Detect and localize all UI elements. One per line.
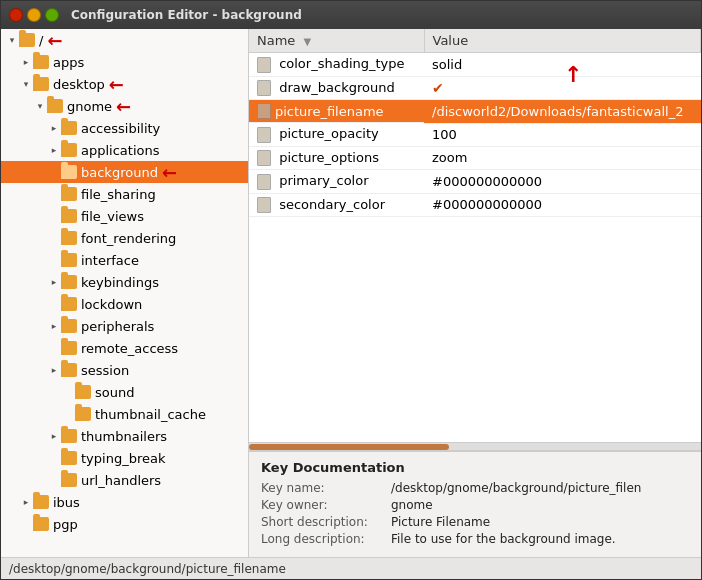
sidebar-item-thumbnailers[interactable]: ▸ thumbnailers [1, 425, 248, 447]
sidebar-item-session[interactable]: ▸ session [1, 359, 248, 381]
sidebar-item-label: thumbnail_cache [95, 407, 206, 422]
main-window: Configuration Editor - background ▾ / ← … [0, 0, 702, 580]
sidebar-item-applications[interactable]: ▸ applications [1, 139, 248, 161]
row-value-cell: /discworld2/Downloads/fantasticwall_2 [424, 100, 701, 124]
red-arrow-indicator: ← [116, 96, 131, 117]
red-arrow-indicator: ← [109, 74, 124, 95]
col-header-value[interactable]: Value [424, 29, 701, 53]
table-row[interactable]: secondary_color #000000000000 [249, 193, 701, 217]
key-doc-row-long-desc: Long description: File to use for the ba… [261, 532, 689, 546]
folder-icon [47, 99, 63, 113]
row-name-cell: picture_opacity [249, 123, 424, 146]
col-header-name[interactable]: Name ▼ [249, 29, 424, 53]
sidebar-item-label: sound [95, 385, 134, 400]
expand-arrow [47, 187, 61, 201]
sidebar-item-pgp[interactable]: pgp [1, 513, 248, 535]
sidebar-item-label: url_handlers [81, 473, 161, 488]
sidebar-item-background[interactable]: background ← [1, 161, 248, 183]
sidebar-item-label: ibus [53, 495, 80, 510]
folder-icon [61, 231, 77, 245]
close-button[interactable] [9, 8, 23, 22]
row-checkmark: ✔ [432, 80, 444, 96]
row-value-cell: 100 [424, 123, 701, 146]
row-value: 100 [432, 127, 457, 142]
folder-icon [61, 121, 77, 135]
sidebar-item-label: peripherals [81, 319, 154, 334]
row-doc-icon [257, 174, 271, 190]
red-arrow-indicator: ← [47, 30, 62, 51]
row-name: picture_options [279, 150, 379, 165]
expand-arrow: ▸ [47, 363, 61, 377]
sidebar-item-ibus[interactable]: ▸ ibus [1, 491, 248, 513]
sidebar-item-sound[interactable]: sound [1, 381, 248, 403]
expand-arrow: ▸ [47, 429, 61, 443]
sidebar-item-interface[interactable]: interface [1, 249, 248, 271]
sidebar-item-font-rendering[interactable]: font_rendering [1, 227, 248, 249]
sidebar-tree[interactable]: ▾ / ← ▸ apps ▾ desktop ← ▾ gn [1, 29, 249, 557]
sidebar-item-url-handlers[interactable]: url_handlers [1, 469, 248, 491]
folder-icon [33, 517, 49, 531]
table-row[interactable]: color_shading_type solid [249, 53, 701, 77]
row-doc-icon [257, 150, 271, 166]
sidebar-item-desktop[interactable]: ▾ desktop ← [1, 73, 248, 95]
sidebar-item-typing-break[interactable]: typing_break [1, 447, 248, 469]
expand-arrow: ▸ [47, 143, 61, 157]
scrollbar-thumb[interactable] [249, 444, 449, 450]
expand-arrow: ▸ [19, 55, 33, 69]
sidebar-item-label: thumbnailers [81, 429, 167, 444]
sidebar-item-label: apps [53, 55, 84, 70]
table-row-selected[interactable]: picture_filename /discworld2/Downloads/f… [249, 100, 701, 124]
maximize-button[interactable] [45, 8, 59, 22]
key-doc-value: /desktop/gnome/background/picture_filen [391, 481, 641, 495]
sidebar-item-file-views[interactable]: file_views [1, 205, 248, 227]
sidebar-item-label: pgp [53, 517, 78, 532]
config-table-wrapper: Name ▼ Value color_shading_ [249, 29, 701, 442]
folder-icon [61, 187, 77, 201]
sidebar-item-peripherals[interactable]: ▸ peripherals [1, 315, 248, 337]
expand-arrow [47, 341, 61, 355]
folder-icon [61, 143, 77, 157]
folder-icon [75, 407, 91, 421]
sidebar-item-label: file_views [81, 209, 144, 224]
row-name-cell: picture_filename [249, 100, 424, 123]
horizontal-scrollbar[interactable] [249, 442, 701, 450]
table-row[interactable]: picture_opacity 100 [249, 123, 701, 146]
expand-arrow: ▸ [47, 319, 61, 333]
sidebar-item-keybindings[interactable]: ▸ keybindings [1, 271, 248, 293]
key-doc-label: Key name: [261, 481, 391, 495]
table-row[interactable]: draw_background ✔ [249, 76, 701, 100]
folder-icon [61, 341, 77, 355]
row-doc-icon [257, 127, 271, 143]
expand-arrow [47, 209, 61, 223]
sidebar-item-file-sharing[interactable]: file_sharing [1, 183, 248, 205]
sidebar-item-apps[interactable]: ▸ apps [1, 51, 248, 73]
folder-icon [33, 55, 49, 69]
sidebar-item-thumbnail-cache[interactable]: thumbnail_cache [1, 403, 248, 425]
key-doc-row-short-desc: Short description: Picture Filename [261, 515, 689, 529]
table-row[interactable]: primary_color #000000000000 [249, 170, 701, 194]
row-doc-icon [257, 80, 271, 96]
sidebar-item-label: typing_break [81, 451, 165, 466]
table-row[interactable]: picture_options zoom [249, 146, 701, 170]
titlebar: Configuration Editor - background [1, 1, 701, 29]
expand-arrow [19, 517, 33, 531]
key-documentation: Key Documentation Key name: /desktop/gno… [249, 450, 701, 557]
expand-arrow: ▾ [33, 99, 47, 113]
sidebar-item-accessibility[interactable]: ▸ accessibility [1, 117, 248, 139]
sidebar-item-label: lockdown [81, 297, 142, 312]
sidebar-item-lockdown[interactable]: lockdown [1, 293, 248, 315]
sidebar-item-remote-access[interactable]: remote_access [1, 337, 248, 359]
row-name-cell: picture_options [249, 146, 424, 170]
sidebar-item-root[interactable]: ▾ / ← [1, 29, 248, 51]
folder-icon [33, 77, 49, 91]
minimize-button[interactable] [27, 8, 41, 22]
expand-arrow: ▸ [19, 495, 33, 509]
expand-arrow: ▸ [47, 275, 61, 289]
row-name: primary_color [279, 173, 368, 188]
folder-icon [61, 209, 77, 223]
sidebar-item-label: session [81, 363, 129, 378]
row-name: color_shading_type [279, 56, 404, 71]
sidebar-item-gnome[interactable]: ▾ gnome ← [1, 95, 248, 117]
key-doc-label: Long description: [261, 532, 391, 546]
row-value-cell: solid [424, 53, 701, 77]
